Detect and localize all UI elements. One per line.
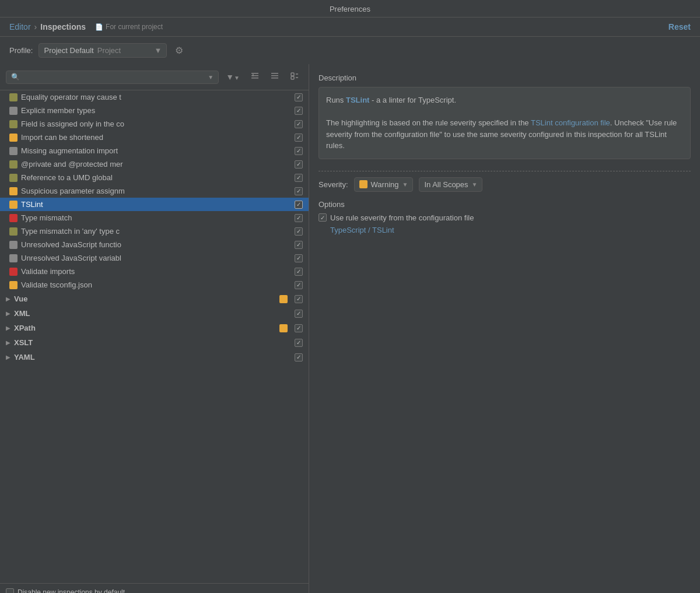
reset-button[interactable]: Reset (668, 22, 691, 31)
severity-value: Warning (371, 180, 399, 189)
item-checkbox[interactable] (295, 107, 303, 115)
list-item[interactable]: Import can be shortened (0, 131, 309, 144)
item-checkbox[interactable] (295, 214, 303, 222)
severity-indicator (9, 134, 18, 142)
list-item[interactable]: Type mismatch (0, 211, 309, 224)
profile-dropdown[interactable]: Project Default Project ▼ (38, 43, 167, 58)
expand-all-button[interactable] (247, 69, 263, 85)
item-checkbox[interactable] (295, 241, 303, 249)
collapse-all-button[interactable] (267, 69, 283, 85)
severity-arrow-icon: ▼ (402, 181, 408, 188)
footer-checkbox[interactable] (6, 588, 14, 593)
typescript-tslint-link[interactable]: TypeScript / TSLint (318, 226, 394, 234)
severity-dropdown[interactable]: Warning ▼ (354, 177, 414, 192)
list-item[interactable]: Missing augmentation import (0, 144, 309, 157)
item-checkbox[interactable] (295, 268, 303, 276)
severity-indicator (9, 93, 18, 101)
severity-indicator (9, 201, 18, 209)
item-label: Unresolved JavaScript functio (21, 240, 291, 249)
item-label: Field is assigned only in the co (21, 120, 291, 128)
options-row: Use rule severity from the configuration… (318, 213, 691, 222)
search-input[interactable] (22, 73, 205, 82)
list-item[interactable]: Reference to a UMD global (0, 171, 309, 184)
list-item[interactable]: Equality operator may cause t (0, 90, 309, 104)
main-content: 🔍 ▼ ▼▼ Equality operator may cause t (0, 64, 700, 593)
group-severity (279, 324, 288, 332)
severity-indicator (9, 174, 18, 182)
right-panel: Description Runs TSLint - a a linter for… (309, 64, 700, 593)
inspection-list: Equality operator may cause t Explicit m… (0, 90, 309, 583)
scope-dropdown[interactable]: In All Scopes ▼ (419, 177, 482, 192)
list-item[interactable]: Field is assigned only in the co (0, 117, 309, 131)
gear-button[interactable]: ⚙ (173, 43, 186, 58)
list-item[interactable]: Explicit member types (0, 104, 309, 117)
group-checkbox[interactable] (295, 324, 303, 332)
list-item[interactable]: Validate tsconfig.json (0, 278, 309, 292)
group-checkbox[interactable] (295, 339, 303, 347)
scope-value: In All Scopes (424, 180, 468, 189)
options-checkbox[interactable] (318, 213, 327, 222)
svg-rect-7 (291, 73, 294, 76)
item-label: Suspicious parameter assignm (21, 187, 291, 195)
severity-indicator (9, 214, 18, 222)
group-vue[interactable]: ▶ Vue (0, 292, 309, 306)
group-label: XML (14, 309, 291, 318)
profile-bar: Profile: Project Default Project ▼ ⚙ (0, 37, 700, 64)
item-label: Type mismatch in 'any' type c (21, 227, 291, 236)
item-checkbox[interactable] (295, 93, 303, 101)
description-box: Runs TSLint - a a linter for TypeScript.… (318, 87, 691, 159)
group-xslt[interactable]: ▶ XSLT (0, 335, 309, 350)
list-item[interactable]: Validate imports (0, 265, 309, 278)
description-title: Description (318, 73, 691, 82)
severity-indicator (9, 120, 18, 128)
item-checkbox[interactable] (295, 134, 303, 142)
group-severity (279, 295, 288, 303)
list-item[interactable]: Unresolved JavaScript variabl (0, 251, 309, 265)
severity-indicator (9, 187, 18, 195)
list-item[interactable]: @private and @protected mer (0, 157, 309, 171)
item-checkbox[interactable] (295, 281, 303, 289)
filter-button[interactable]: ▼▼ (222, 70, 243, 84)
item-checkbox[interactable] (295, 174, 303, 182)
toggle-checkboxes-button[interactable] (286, 69, 303, 85)
config-link[interactable]: TSLint configuration file (531, 118, 610, 127)
item-label: TSLint (21, 200, 291, 209)
item-label: Missing augmentation import (21, 146, 291, 155)
desc-intro: Runs (326, 96, 346, 104)
list-item[interactable]: Suspicious parameter assignm (0, 184, 309, 198)
item-checkbox[interactable] (295, 201, 303, 209)
profile-label: Profile: (9, 46, 33, 55)
severity-indicator (9, 268, 18, 276)
svg-rect-1 (251, 75, 258, 76)
group-xpath[interactable]: ▶ XPath (0, 321, 309, 335)
list-item[interactable]: Type mismatch in 'any' type c (0, 224, 309, 238)
item-checkbox[interactable] (295, 227, 303, 236)
list-item[interactable]: Unresolved JavaScript functio (0, 238, 309, 251)
search-box[interactable]: 🔍 ▼ (6, 71, 219, 84)
group-checkbox[interactable] (295, 353, 303, 362)
tslint-link[interactable]: TSLint (346, 96, 369, 104)
window-title: Preferences (330, 5, 370, 13)
expand-icon: ▶ (6, 354, 10, 360)
group-checkbox[interactable] (295, 295, 303, 303)
item-label: Unresolved JavaScript variabl (21, 254, 291, 262)
scope-arrow-icon: ▼ (472, 181, 478, 188)
footer-bar: Disable new inspections by default (0, 583, 309, 593)
expand-icon: ▶ (6, 339, 10, 346)
item-checkbox[interactable] (295, 147, 303, 155)
editor-link[interactable]: Editor (9, 22, 31, 31)
item-checkbox[interactable] (295, 187, 303, 195)
item-label: Import can be shortened (21, 133, 291, 142)
search-dropdown-icon[interactable]: ▼ (208, 74, 214, 80)
group-checkbox[interactable] (295, 310, 303, 318)
svg-rect-8 (291, 76, 294, 79)
group-xml[interactable]: ▶ XML (0, 306, 309, 321)
item-checkbox[interactable] (295, 120, 303, 128)
left-panel: 🔍 ▼ ▼▼ Equality operator may cause t (0, 64, 309, 593)
group-label: YAML (14, 353, 291, 362)
group-yaml[interactable]: ▶ YAML (0, 350, 309, 364)
item-checkbox[interactable] (295, 160, 303, 169)
tslint-item[interactable]: TSLint (0, 198, 309, 211)
item-checkbox[interactable] (295, 254, 303, 262)
search-toolbar: 🔍 ▼ ▼▼ (0, 64, 309, 90)
